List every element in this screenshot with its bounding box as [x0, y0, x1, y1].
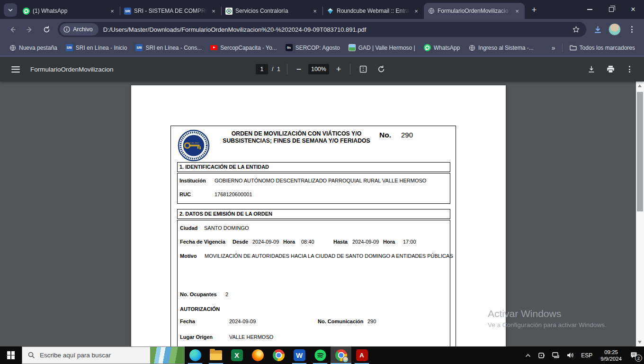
taskbar-app-excel[interactable]: X	[226, 346, 247, 364]
edge-icon	[189, 349, 201, 361]
section1-body: Institución GOBIERNO AUTÓNOMO DESCENTRAL…	[177, 173, 450, 204]
bookmark-star-button[interactable]	[568, 22, 583, 37]
url-text[interactable]: D:/Users/Master/Downloads/FormularioOrde…	[103, 26, 568, 33]
hasta-label: Hasta	[333, 239, 348, 245]
notification-count-badge: 2	[635, 355, 642, 362]
ruc-label: RUC	[179, 191, 191, 197]
tab-formulario-orden-movilizacion-active[interactable]: FormularioOrdenMovilizacio ×	[424, 3, 525, 19]
system-tray: ESP 09:25 9/9/2024 2	[523, 346, 644, 364]
back-button[interactable]	[5, 22, 20, 37]
bookmark-ingreso-sistema[interactable]: Ingreso al Sistema -...	[464, 42, 538, 54]
search-highlight-image[interactable]	[150, 347, 184, 364]
tray-network-button[interactable]	[549, 346, 562, 364]
profile-avatar-button[interactable]	[607, 22, 622, 37]
pdf-more-options-button[interactable]	[622, 62, 636, 76]
bookmark-label: SRI en Línea - Cons...	[145, 45, 202, 51]
bookmarks-overflow-button[interactable]: »	[548, 44, 559, 52]
desde-label: Desde	[233, 239, 248, 245]
forward-button[interactable]	[22, 22, 37, 37]
bookmark-sri-inicio[interactable]: SRI SRI en Línea - Inicio	[62, 42, 132, 54]
tab-servicios-contraloria[interactable]: Servicios Contraloría ×	[222, 3, 322, 19]
desde-value: 2024-09-09	[252, 239, 279, 245]
all-bookmarks-label: Todos los marcadores	[580, 45, 635, 51]
taskbar-search-input[interactable]: Escribe aquí para buscar	[22, 346, 185, 364]
bookmark-sri-consultas[interactable]: SRI SRI en Línea - Cons...	[131, 42, 206, 54]
tab-list-chevron-button[interactable]	[4, 3, 17, 17]
taskbar-app-edge[interactable]	[185, 346, 206, 364]
hora-hasta-label: Hora	[383, 239, 395, 245]
notification-center-button[interactable]: 2	[627, 346, 641, 364]
reload-button[interactable]	[39, 22, 54, 37]
bookmark-nueva-pestana[interactable]: Nueva pestaña	[5, 42, 62, 54]
tab-sri-comprobantes[interactable]: SRI SRI - SISTEMA DE COMPROB ×	[120, 3, 221, 19]
taskbar-app-file-explorer[interactable]	[206, 346, 226, 364]
tab-roundcube-webmail[interactable]: Roundcube Webmail :: Entra ×	[323, 3, 424, 19]
taskbar-app-acrobat[interactable]: A	[351, 346, 372, 364]
bookmark-sercop-agosto[interactable]: fn SERCOP: Agosto	[281, 42, 344, 54]
hora-desde-value: 08:40	[301, 239, 314, 245]
comunicacion-label: No. Comunicación	[318, 318, 364, 324]
new-tab-button[interactable]: +	[528, 3, 541, 17]
close-icon[interactable]: ×	[513, 7, 521, 15]
zoom-level-input[interactable]: 100%	[308, 64, 329, 74]
pdf-download-button[interactable]	[584, 62, 599, 76]
taskbar-app-chrome-profile[interactable]	[331, 346, 351, 364]
rotate-button[interactable]	[374, 62, 388, 76]
restore-button[interactable]	[600, 0, 622, 19]
globe-icon	[9, 44, 16, 51]
restore-icon	[609, 7, 614, 12]
pdf-menu-button[interactable]	[11, 66, 20, 73]
whatsapp-icon	[424, 44, 431, 51]
bookmark-whatsapp[interactable]: WhatsApp	[420, 42, 464, 54]
sri-icon: SRI	[124, 8, 131, 15]
bookmark-label: SercopCapacita - Yo...	[220, 45, 277, 51]
toolbar-separator	[287, 64, 287, 74]
taskbar-app-firefox[interactable]	[247, 346, 268, 364]
pdf-viewer-area[interactable]: 02-XII-1927 ORDEN DE MOVILIZACIÓN CON VI…	[0, 82, 644, 346]
taskbar-app-spotify[interactable]	[310, 346, 331, 364]
zoom-out-button[interactable]: −	[293, 64, 304, 74]
zoom-in-button[interactable]: +	[333, 64, 344, 74]
scrollbar-thumb[interactable]	[637, 92, 643, 211]
tray-language-indicator[interactable]: ESP	[579, 346, 595, 364]
tab-whatsapp[interactable]: (1) WhatsApp ×	[19, 3, 120, 19]
minimize-button[interactable]	[579, 0, 600, 19]
address-bar[interactable]: Archivo D:/Users/Master/Downloads/Formul…	[58, 22, 586, 37]
taskbar-app-word[interactable]: W	[289, 346, 310, 364]
file-scheme-chip[interactable]: Archivo	[60, 23, 98, 36]
close-window-button[interactable]: ×	[622, 0, 644, 19]
all-bookmarks-button[interactable]: Todos los marcadores	[565, 42, 639, 54]
reload-icon	[43, 26, 51, 34]
tray-show-hidden-icons-button[interactable]	[523, 346, 533, 364]
vertical-scrollbar[interactable]	[636, 82, 644, 346]
downloads-button[interactable]	[590, 22, 605, 37]
taskbar-app-chrome[interactable]	[268, 346, 289, 364]
scroll-up-arrow[interactable]	[638, 84, 642, 87]
tray-sync-button[interactable]	[535, 346, 547, 364]
bookmark-label: WhatsApp	[434, 45, 460, 51]
star-icon	[572, 26, 580, 34]
browser-menu-button[interactable]	[624, 22, 639, 37]
bookmarks-bar: Nueva pestaña SRI SRI en Línea - Inicio …	[0, 40, 644, 55]
close-icon[interactable]: ×	[311, 7, 319, 15]
close-icon[interactable]: ×	[412, 7, 420, 15]
scroll-down-arrow[interactable]	[638, 341, 642, 344]
search-placeholder: Escribe aquí para buscar	[40, 352, 111, 359]
sercop-icon: fn	[286, 44, 293, 51]
bookmark-label: SERCOP: Agosto	[295, 45, 340, 51]
start-button[interactable]	[0, 346, 22, 364]
ethernet-icon	[552, 352, 560, 359]
page-number-input[interactable]	[256, 64, 268, 74]
three-dots-icon	[629, 66, 630, 73]
svg-text:02-XII-1927: 02-XII-1927	[188, 142, 199, 144]
close-icon[interactable]: ×	[108, 7, 116, 15]
fit-to-page-button[interactable]	[356, 62, 370, 76]
windows-taskbar: Escribe aquí para buscar X W A ESP 09:25	[0, 346, 644, 364]
tray-clock[interactable]: 09:25 9/9/2024	[597, 349, 626, 362]
pdf-print-button[interactable]	[603, 62, 617, 76]
bookmark-gad-valle-hermoso[interactable]: GAD | Valle Hermoso |	[344, 42, 420, 54]
tray-volume-button[interactable]	[564, 346, 577, 364]
bookmark-sercopcapacita[interactable]: SercopCapacita - Yo...	[206, 42, 281, 54]
close-icon[interactable]: ×	[210, 7, 217, 15]
file-chip-label: Archivo	[73, 26, 93, 33]
